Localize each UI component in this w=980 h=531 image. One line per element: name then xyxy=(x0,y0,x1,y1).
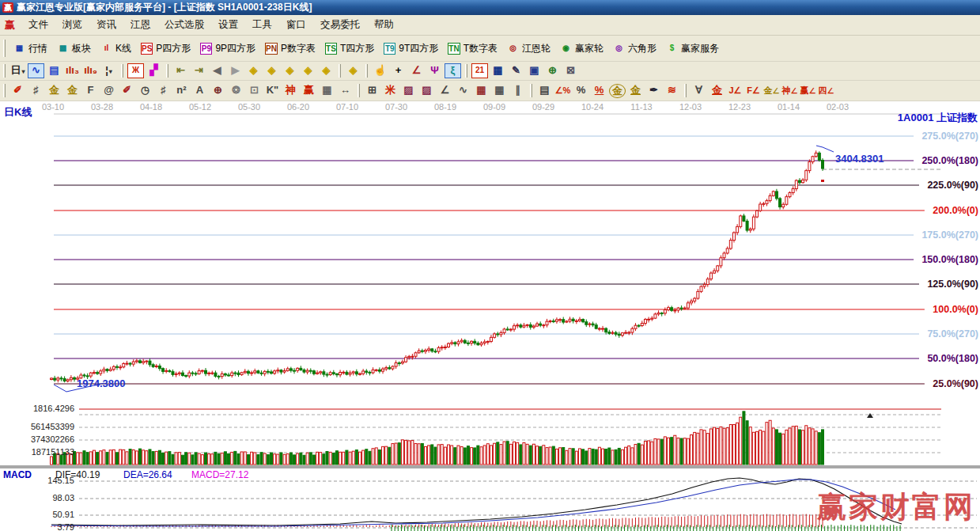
zigzag-icon[interactable]: ∿ xyxy=(455,83,471,98)
gann-left-icon[interactable]: ◈ xyxy=(245,63,262,78)
period-dropdown-icon[interactable]: 日▾ xyxy=(9,63,26,78)
gann-right-icon[interactable]: ◈ xyxy=(263,63,280,78)
gann-cross-icon[interactable]: ◈ xyxy=(345,63,361,78)
gann-expand-icon[interactable]: ◈ xyxy=(300,63,316,78)
menu-item-window[interactable]: 窗口 xyxy=(279,16,313,34)
shen-angle-icon[interactable]: 神∠ xyxy=(781,83,798,98)
box-axes-icon[interactable]: ⊞ xyxy=(364,83,380,98)
compress-3-icon[interactable]: ılı₃ xyxy=(64,63,81,78)
pc-tool-icon[interactable]: ⊠ xyxy=(562,63,579,78)
menu-item-help[interactable]: 帮助 xyxy=(367,16,401,34)
pencil-compass-icon[interactable]: ✐ xyxy=(9,83,26,98)
board-info-icon[interactable]: ▤ xyxy=(46,63,62,78)
menu-item-trade[interactable]: 交易委托 xyxy=(313,16,367,34)
prev-page-icon[interactable]: ◀ xyxy=(209,63,225,78)
calculator-tool-icon[interactable]: ▦ xyxy=(490,63,506,78)
grid-123-icon[interactable]: ▦ xyxy=(319,83,335,98)
export-tool-icon[interactable]: ⊕ xyxy=(544,63,561,78)
hand-tool-icon[interactable]: ☝ xyxy=(372,63,388,78)
a-mirror-icon[interactable]: A xyxy=(191,83,208,98)
price-grid-red-icon[interactable]: ▦ xyxy=(473,83,490,98)
angle-tool-icon[interactable]: ∠ xyxy=(408,63,425,78)
ruler-grid-1-icon[interactable]: ♯ xyxy=(28,83,44,98)
percent-icon[interactable]: % xyxy=(573,83,589,98)
gold-underline-icon[interactable]: 金 xyxy=(709,83,725,98)
gann-star-icon[interactable]: ◈ xyxy=(318,63,335,78)
compass-knife-icon[interactable]: ✐ xyxy=(119,83,135,98)
gold-lines-icon[interactable]: 金 xyxy=(627,83,644,98)
ying-tool-icon[interactable]: 赢 xyxy=(301,83,317,98)
percent-lines-icon[interactable]: % xyxy=(591,83,607,98)
market-quotes-button[interactable]: ▦行情 xyxy=(9,40,52,57)
scribble-tool-icon[interactable]: ξ xyxy=(445,63,461,78)
ruler-grid-2-icon[interactable]: ♯ xyxy=(155,83,172,98)
chart-canvas[interactable] xyxy=(0,101,980,531)
wave-band-icon[interactable]: ≋ xyxy=(664,83,680,98)
angle-percent-icon[interactable]: ∠% xyxy=(554,83,571,98)
ninet-square-button[interactable]: T99T四方形 xyxy=(379,40,443,57)
first-page-icon[interactable]: ⇤ xyxy=(172,63,189,78)
gold-ruler-2-icon[interactable]: 金 xyxy=(64,83,81,98)
k-mark-icon[interactable]: K" xyxy=(264,83,281,98)
winner-wheel-button[interactable]: ◉赢家轮 xyxy=(555,40,608,57)
circle-square-icon[interactable]: ⊡ xyxy=(246,83,263,98)
kline-mode-icon[interactable]: Ж xyxy=(127,63,144,78)
ying-angle-icon[interactable]: 赢∠ xyxy=(800,83,816,98)
menu-item-tools[interactable]: 工具 xyxy=(245,16,279,34)
price-grid-2-icon[interactable]: ▦ xyxy=(491,83,508,98)
gold-ruler-1-icon[interactable]: 金 xyxy=(46,83,62,98)
next-page-icon[interactable]: ▶ xyxy=(227,63,244,78)
calendar-tool-icon[interactable]: 21 xyxy=(471,63,488,78)
sectors-button[interactable]: ▩板块 xyxy=(52,40,96,57)
funnel-icon[interactable]: ∀ xyxy=(691,83,707,98)
scale-panel-icon[interactable]: ▤ xyxy=(536,83,553,98)
circle-star-icon[interactable]: ❂ xyxy=(228,83,244,98)
shen-tool-icon[interactable]: 神 xyxy=(282,83,299,98)
volume-scale-label: 1816.4296 xyxy=(0,404,74,413)
trend-lines-icon[interactable]: ∠ xyxy=(437,83,453,98)
candle-style-dropdown-icon[interactable]: ¦▾ xyxy=(100,63,117,78)
parallel-lines-icon[interactable]: ∥ xyxy=(509,83,526,98)
save-tool-icon[interactable]: ▣ xyxy=(526,63,543,78)
p-number-table-button[interactable]: PNP数字表 xyxy=(260,40,320,57)
menu-item-file[interactable]: 文件 xyxy=(21,16,55,34)
menu-item-gann[interactable]: 江恩 xyxy=(123,16,157,34)
gold-angle-icon[interactable]: 金∠ xyxy=(763,83,780,98)
compress-9-icon[interactable]: ılı₉ xyxy=(82,63,99,78)
last-page-icon[interactable]: ⇥ xyxy=(191,63,207,78)
time-dial-icon[interactable]: ◷ xyxy=(137,83,153,98)
gann-wheel-button[interactable]: ◎江恩轮 xyxy=(502,40,555,57)
t-square-button[interactable]: TST四方形 xyxy=(320,40,379,57)
f-ruler-icon[interactable]: F xyxy=(82,83,99,98)
spiral-tool-icon[interactable]: @ xyxy=(100,83,117,98)
crosshair-tool-icon[interactable]: + xyxy=(390,63,407,78)
ray-fan-icon[interactable]: 米 xyxy=(382,83,399,98)
ninet-square-button-icon: T9 xyxy=(384,43,395,55)
menu-item-news[interactable]: 资讯 xyxy=(89,16,123,34)
t-number-table-button[interactable]: TNT数字表 xyxy=(443,40,502,57)
color-volume-icon[interactable]: ▞ xyxy=(146,63,162,78)
ninep-square-button[interactable]: P99P四方形 xyxy=(195,40,260,57)
wave-tool-icon[interactable]: ∿ xyxy=(28,63,44,78)
menu-item-settings[interactable]: 设置 xyxy=(211,16,245,34)
shade-box-2-icon[interactable]: ▨ xyxy=(418,83,435,98)
j-angle-icon[interactable]: J∠ xyxy=(727,83,744,98)
shade-box-1-icon[interactable]: ▨ xyxy=(400,83,417,98)
circle-cross-icon[interactable]: ⊕ xyxy=(210,83,226,98)
n-square-icon[interactable]: n² xyxy=(173,83,190,98)
menu-item-browse[interactable]: 浏览 xyxy=(55,16,89,34)
gold-circle-icon[interactable]: 金 xyxy=(609,84,626,98)
fan-tool-icon[interactable]: Ψ xyxy=(426,63,443,78)
p-square-button[interactable]: PSP四方形 xyxy=(136,40,195,57)
hexagon-button[interactable]: ◎六角形 xyxy=(608,40,661,57)
kline-button[interactable]: ılK线 xyxy=(96,40,136,57)
winner-service-button[interactable]: $赢家服务 xyxy=(661,40,724,57)
pen-flag-icon[interactable]: ✒ xyxy=(645,83,662,98)
h-measure-icon[interactable]: ↔ xyxy=(337,83,354,98)
gann-horizontal-icon[interactable]: ◈ xyxy=(282,63,298,78)
f-angle-icon[interactable]: F∠ xyxy=(745,83,762,98)
p-square-button-label: P四方形 xyxy=(156,42,191,55)
menu-item-formula-picker[interactable]: 公式选股 xyxy=(157,16,211,34)
notes-tool-icon[interactable]: ✎ xyxy=(508,63,524,78)
si-angle-icon[interactable]: 四∠ xyxy=(818,83,834,98)
